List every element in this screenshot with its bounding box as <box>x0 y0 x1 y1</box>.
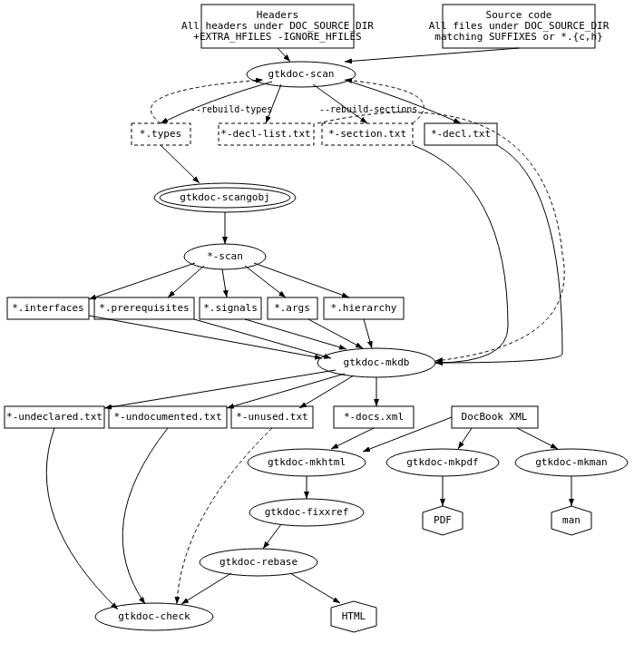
arrow-docbook-mkpdf <box>458 428 472 449</box>
gtkdoc-rebase-label: gtkdoc-rebase <box>220 556 298 568</box>
arrow-mkdb-undocumented <box>227 374 345 408</box>
arrow-fixxref-rebase <box>263 524 281 549</box>
arrow-scan-decl-txt <box>345 80 461 123</box>
diagram: Headers All headers under DOC_SOURCE_DIR… <box>0 0 644 653</box>
arrow-docs-xml-mkhtml <box>331 428 374 449</box>
interfaces-label: *.interfaces <box>12 302 83 314</box>
args-label: *.args <box>274 302 310 314</box>
gtkdoc-check-label: gtkdoc-check <box>118 610 190 622</box>
arrow-section-mkdb <box>413 145 508 363</box>
arrow-scan-types <box>161 82 272 123</box>
arrow-hierarchy-mkdb <box>364 319 372 348</box>
arrow-scan-args <box>245 266 286 297</box>
arrow-mkdb-undeclared <box>104 370 336 408</box>
docs-xml-label: *-docs.xml <box>344 411 404 423</box>
man-label: man <box>562 514 581 526</box>
prerequisites-label: *.prerequisites <box>99 302 189 314</box>
gtkdoc-mkpdf-label: gtkdoc-mkpdf <box>406 456 478 468</box>
star-scan-label: *-scan <box>207 250 243 262</box>
headers-line3: +EXTRA_HFILES -IGNORE_HFILES <box>193 31 361 43</box>
unused-label: *-unused.txt <box>236 411 307 423</box>
source-line3: matching SUFFIXES or *.{c,h} <box>434 31 602 43</box>
arrow-scan-interfaces <box>89 263 195 299</box>
arrow-decl-mkdb <box>435 145 562 363</box>
arrow-rebase-html <box>290 573 340 603</box>
arrow-types-scangobj <box>161 145 200 183</box>
arrow-scan-signals <box>222 269 227 297</box>
html-label: HTML <box>342 610 366 622</box>
arrow-undeclared-check <box>46 428 118 609</box>
arrow-docbook-mkman <box>517 428 558 449</box>
arrow-mkdb-unused <box>299 375 354 408</box>
pdf-label: PDF <box>434 514 452 526</box>
arrow-headers-scan <box>278 48 290 62</box>
dashed-big-arc <box>317 112 564 361</box>
undocumented-label: *-undocumented.txt <box>113 411 221 423</box>
signals-label: *.signals <box>203 302 258 314</box>
types-label: *.types <box>140 128 181 140</box>
gtkdoc-scangobj-label: gtkdoc-scangobj <box>180 191 269 203</box>
gtkdoc-mkdb-label: gtkdoc-mkdb <box>344 356 410 368</box>
rebuild-sections-label: --rebuild-sections <box>319 104 417 114</box>
decl-list-label: *-decl-list.txt <box>220 128 310 140</box>
docbook-xml-label: DocBook XML <box>462 411 528 423</box>
gtkdoc-fixxref-label: gtkdoc-fixxref <box>265 506 349 518</box>
arrow-source-scan <box>345 48 519 62</box>
arrow-rebase-check <box>181 573 231 604</box>
arrow-undocumented-check <box>122 428 168 604</box>
arrow-args-mkdb <box>308 319 363 348</box>
rebuild-types-label: --rebuild-types <box>190 104 272 114</box>
dashed-arc-section <box>345 80 424 123</box>
dashed-arc-types <box>151 80 263 123</box>
gtkdoc-scan-label: gtkdoc-scan <box>268 68 335 80</box>
arrow-signals-mkdb <box>245 319 346 349</box>
decl-txt-label: *-decl.txt <box>431 128 491 140</box>
gtkdoc-mkman-label: gtkdoc-mkman <box>535 456 607 468</box>
gtkdoc-mkhtml-label: gtkdoc-mkhtml <box>268 456 346 468</box>
undeclared-label: *-undeclared.txt <box>6 411 102 423</box>
hierarchy-label: *.hierarchy <box>331 302 397 314</box>
arrow-scan-hierarchy <box>254 263 349 297</box>
section-txt-label: *-section.txt <box>328 128 406 140</box>
